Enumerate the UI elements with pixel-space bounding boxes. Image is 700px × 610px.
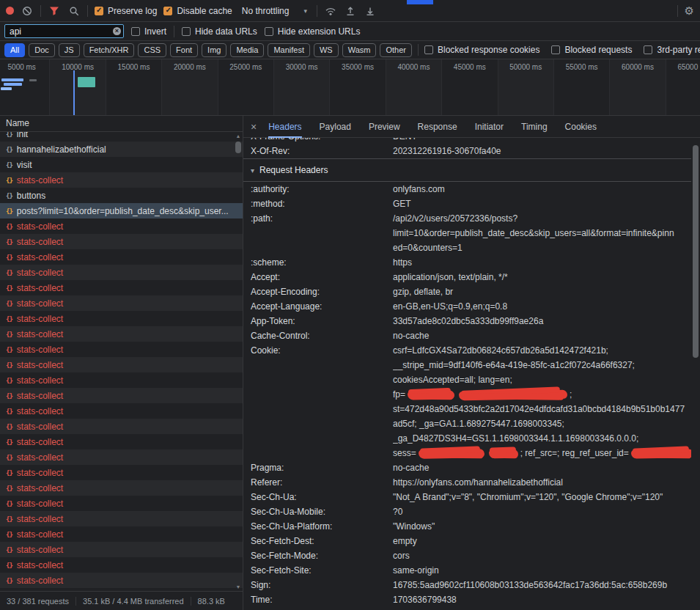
tab-initiator[interactable]: Initiator bbox=[475, 116, 504, 138]
request-row[interactable]: {}stats-collect bbox=[0, 465, 243, 480]
header-row: Sec-Fetch-Dest:empty bbox=[251, 534, 691, 548]
request-row[interactable]: {}stats-collect bbox=[0, 419, 243, 434]
tab-timing[interactable]: Timing bbox=[521, 116, 548, 138]
request-row[interactable]: {}stats-collect bbox=[0, 557, 243, 573]
script-icon: {} bbox=[6, 531, 12, 538]
request-row[interactable]: {}stats-collect bbox=[0, 526, 243, 542]
request-row[interactable]: {}stats-collect bbox=[0, 326, 243, 342]
3rd-party-requests-checkbox[interactable]: 3rd-party requests bbox=[644, 45, 700, 55]
preserve-log-checkbox[interactable]: Preserve log bbox=[95, 6, 157, 16]
request-row[interactable]: {}visit bbox=[0, 157, 243, 172]
clear-network-log-button[interactable] bbox=[21, 4, 34, 18]
tab-cookies[interactable]: Cookies bbox=[565, 116, 597, 138]
export-har-button[interactable] bbox=[364, 4, 377, 18]
header-value: 1703636799438 bbox=[393, 592, 691, 607]
blocked-response-cookies-checkbox[interactable]: Blocked response cookies bbox=[424, 45, 539, 55]
settings-gear-icon[interactable]: ⚙ bbox=[685, 5, 694, 16]
request-row[interactable]: {}stats-collect bbox=[0, 280, 243, 295]
request-name: stats-collect bbox=[17, 237, 237, 247]
scroll-up-icon[interactable]: ▲ bbox=[236, 132, 241, 140]
filter-chip-ws[interactable]: WS bbox=[314, 43, 339, 57]
filter-input[interactable] bbox=[4, 24, 124, 38]
scrollbar-thumb[interactable] bbox=[693, 145, 699, 358]
filter-chip-js[interactable]: JS bbox=[59, 43, 80, 57]
header-name: X-Of-Rev: bbox=[251, 144, 393, 158]
request-row[interactable]: {}buttons bbox=[0, 188, 243, 203]
network-conditions-button[interactable] bbox=[324, 4, 337, 18]
request-row[interactable]: {}stats-collect bbox=[0, 372, 243, 388]
tab-headers[interactable]: Headers bbox=[268, 116, 301, 138]
scrollbar-thumb[interactable] bbox=[235, 142, 241, 153]
request-row[interactable]: {}init bbox=[0, 132, 243, 142]
request-row[interactable]: {}stats-collect bbox=[0, 311, 243, 326]
request-row[interactable]: {}stats-collect bbox=[0, 434, 243, 449]
resources-size: 88.3 kB bbox=[191, 597, 232, 606]
request-row[interactable]: {}hannahelizabethofficial bbox=[0, 142, 243, 157]
timeline-column: 30000 ms bbox=[274, 59, 330, 115]
request-row[interactable]: {}stats-collect bbox=[0, 357, 243, 372]
disclosure-triangle-icon: ▾ bbox=[251, 166, 254, 174]
name-column-header[interactable]: Name bbox=[0, 116, 243, 132]
request-row[interactable]: {}stats-collect bbox=[0, 234, 243, 249]
request-name: stats-collect bbox=[17, 345, 237, 355]
overview-activity-bar bbox=[1, 78, 23, 81]
hide-data-urls-checkbox[interactable]: Hide data URLs bbox=[182, 26, 257, 37]
tab-preview[interactable]: Preview bbox=[369, 116, 400, 138]
filter-chip-media[interactable]: Media bbox=[230, 43, 264, 57]
request-row[interactable]: {}stats-collect bbox=[0, 218, 243, 234]
request-row[interactable]: {}stats-collect bbox=[0, 295, 243, 311]
filter-button[interactable] bbox=[48, 4, 61, 18]
request-row[interactable]: {}stats-collect bbox=[0, 496, 243, 511]
request-row[interactable]: {}stats-collect bbox=[0, 403, 243, 419]
header-name: Sec-Ch-Ua: bbox=[251, 490, 393, 504]
request-row[interactable]: {}stats-collect bbox=[0, 265, 243, 280]
blocked-requests-checkbox[interactable]: Blocked requests bbox=[551, 45, 632, 55]
request-row[interactable]: {}stats-collect bbox=[0, 342, 243, 357]
tab-response[interactable]: Response bbox=[418, 116, 457, 138]
filter-chip-css[interactable]: CSS bbox=[138, 43, 166, 57]
request-row[interactable]: {}stats-collect bbox=[0, 511, 243, 526]
filter-chip-other[interactable]: Other bbox=[380, 43, 412, 57]
import-har-button[interactable] bbox=[344, 4, 357, 18]
invert-checkbox[interactable]: Invert bbox=[131, 26, 166, 37]
script-icon: {} bbox=[6, 485, 12, 492]
filter-chip-manifest[interactable]: Manifest bbox=[268, 43, 310, 57]
hide-extension-urls-checkbox[interactable]: Hide extension URLs bbox=[265, 26, 361, 37]
request-rows: {}init{}hannahelizabethofficial{}visit{}… bbox=[0, 132, 243, 591]
request-row[interactable]: {}stats-collect bbox=[0, 249, 243, 265]
clear-filter-icon[interactable]: × bbox=[113, 27, 121, 35]
filter-chip-all[interactable]: All bbox=[4, 43, 25, 57]
filter-chip-fetch-xhr[interactable]: Fetch/XHR bbox=[84, 43, 135, 57]
request-name: buttons bbox=[17, 191, 237, 201]
throttling-dropdown[interactable]: No throttling ▾ bbox=[242, 6, 307, 16]
details-scrollbar[interactable] bbox=[691, 138, 700, 610]
filter-chip-wasm[interactable]: Wasm bbox=[342, 43, 377, 57]
request-name: init bbox=[17, 132, 237, 139]
timeline-column: 35000 ms bbox=[330, 59, 386, 115]
section-request-headers[interactable]: ▾Request Headers bbox=[243, 158, 691, 182]
request-row[interactable]: {}stats-collect bbox=[0, 480, 243, 496]
requests-scrollbar[interactable]: ▲ ▼ bbox=[234, 132, 243, 591]
redaction-scribble bbox=[419, 449, 485, 459]
timeline-label: 50000 ms bbox=[509, 63, 542, 71]
header-value-line: no-cache bbox=[393, 328, 691, 343]
request-row[interactable]: {}posts?limit=10&order=publish_date_desc… bbox=[0, 203, 243, 218]
filter-chip-img[interactable]: Img bbox=[202, 43, 226, 57]
filter-chip-font[interactable]: Font bbox=[170, 43, 198, 57]
request-row[interactable]: {}stats-collect bbox=[0, 172, 243, 188]
filter-chip-doc[interactable]: Doc bbox=[29, 43, 55, 57]
scroll-down-icon[interactable]: ▼ bbox=[236, 583, 241, 591]
request-name: stats-collect bbox=[17, 560, 237, 570]
tab-payload[interactable]: Payload bbox=[320, 116, 351, 138]
request-row[interactable]: {}stats-collect bbox=[0, 449, 243, 465]
close-icon[interactable]: × bbox=[251, 122, 257, 132]
toolbar-separator bbox=[418, 44, 419, 56]
timeline-overview[interactable]: 5000 ms10000 ms15000 ms20000 ms25000 ms3… bbox=[0, 59, 700, 116]
request-row[interactable]: {}stats-collect bbox=[0, 573, 243, 588]
record-button[interactable] bbox=[6, 7, 14, 15]
disable-cache-checkbox[interactable]: Disable cache bbox=[163, 6, 232, 16]
request-row[interactable]: {}stats-collect bbox=[0, 388, 243, 403]
search-button[interactable] bbox=[67, 4, 81, 18]
overview-activity-bar bbox=[29, 79, 37, 81]
request-row[interactable]: {}stats-collect bbox=[0, 542, 243, 557]
